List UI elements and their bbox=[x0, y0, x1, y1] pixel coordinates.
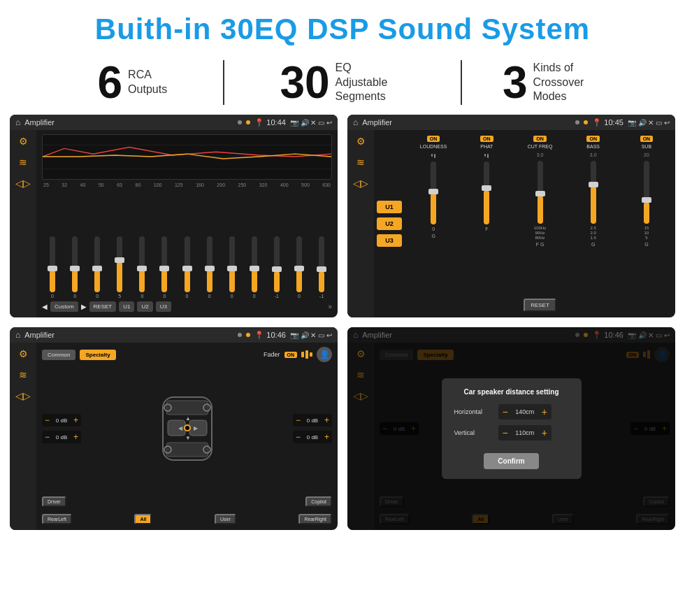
eq-icon[interactable]: ⚙ bbox=[19, 136, 28, 147]
person-icon[interactable]: 👤 bbox=[317, 347, 332, 362]
all-btn[interactable]: All bbox=[134, 514, 152, 524]
dialog-horizontal-row: Horizontal − 140cm + bbox=[454, 404, 569, 420]
rearleft-btn[interactable]: RearLeft bbox=[42, 514, 72, 524]
wave-icon-3[interactable]: ≋ bbox=[19, 369, 27, 380]
fl-db-control: − 0 dB + bbox=[42, 414, 81, 427]
stat-eq-number: 30 bbox=[280, 60, 329, 105]
slider-12: 0 bbox=[289, 236, 310, 299]
fader-sidebar: ⚙ ≋ ◁▷ bbox=[10, 343, 36, 530]
vertical-value: 110cm bbox=[511, 429, 539, 436]
svg-rect-5 bbox=[166, 443, 208, 457]
loudness-label: LOUDNESS bbox=[420, 144, 447, 149]
expand-icon[interactable]: » bbox=[328, 303, 332, 310]
play-next-btn[interactable]: ▶ bbox=[81, 303, 87, 310]
fader-bars bbox=[301, 350, 312, 359]
slider-7: 0 bbox=[176, 236, 197, 299]
slider-5: 0 bbox=[131, 236, 152, 299]
fr-db-control: − 0 dB + bbox=[293, 414, 332, 427]
loudness-on[interactable]: ON bbox=[427, 136, 440, 142]
dot-2a bbox=[575, 120, 579, 124]
cutfreq-on[interactable]: ON bbox=[533, 136, 547, 142]
distance-dialog: Car speaker distance setting Horizontal … bbox=[442, 378, 582, 479]
bass-on[interactable]: ON bbox=[586, 136, 600, 142]
custom-btn[interactable]: Custom bbox=[50, 301, 78, 312]
user-btn[interactable]: User bbox=[215, 514, 236, 524]
volume-icon-2[interactable]: ◁▷ bbox=[353, 178, 368, 189]
u2-preset[interactable]: U2 bbox=[377, 217, 402, 230]
screen-fader: ⌂ Amplifier 📍 10:46 📷 🔊 ✕ ▭ ↩ ⚙ ≋ ◁▷ Com… bbox=[10, 327, 338, 530]
right-controls: − 0 dB + − 0 dB + bbox=[293, 414, 332, 443]
phat-section: ON PHAT F bbox=[462, 136, 511, 293]
driver-btn[interactable]: Driver bbox=[42, 496, 66, 507]
volume-icon[interactable]: ◁▷ bbox=[15, 178, 31, 189]
speaker-area: − 0 dB + − 0 dB + bbox=[42, 366, 332, 491]
dot-1a bbox=[238, 120, 242, 124]
rr-minus[interactable]: − bbox=[296, 432, 301, 442]
svg-text:▲: ▲ bbox=[185, 415, 191, 422]
rl-plus[interactable]: + bbox=[73, 432, 78, 442]
status-icons-3: 📷 🔊 ✕ ▭ ↩ bbox=[290, 331, 332, 339]
rearright-btn[interactable]: RearRight bbox=[298, 514, 332, 524]
sub-label: SUB bbox=[642, 144, 651, 149]
preset-col: U1 U2 U3 bbox=[374, 130, 405, 317]
horizontal-minus[interactable]: − bbox=[503, 406, 508, 417]
reset-btn-2[interactable]: RESET bbox=[524, 299, 556, 312]
rl-minus[interactable]: − bbox=[45, 432, 50, 442]
wave-icon-2[interactable]: ≋ bbox=[356, 157, 365, 168]
vertical-minus[interactable]: − bbox=[503, 427, 508, 438]
vertical-label: Vertical bbox=[454, 429, 493, 436]
horizontal-value: 140cm bbox=[511, 408, 539, 415]
dot-3b bbox=[246, 333, 250, 337]
fl-plus[interactable]: + bbox=[73, 415, 78, 425]
stat-rca: 6 RCAOutputs bbox=[42, 60, 223, 105]
eq-icon-3[interactable]: ⚙ bbox=[19, 348, 28, 359]
u1-btn[interactable]: U1 bbox=[119, 301, 134, 312]
copilot-btn[interactable]: Copilot bbox=[305, 496, 332, 507]
dialog-title: Car speaker distance setting bbox=[454, 388, 569, 396]
stat-eq: 30 EQ AdjustableSegments bbox=[223, 60, 463, 105]
svg-rect-6 bbox=[168, 420, 185, 436]
slider-9: 0 bbox=[222, 236, 243, 299]
home-icon-2[interactable]: ⌂ bbox=[353, 117, 358, 127]
eq-bottom-bar: ◀ Custom ▶ RESET U1 U2 U3 » bbox=[42, 299, 332, 313]
stat-rca-number: 6 bbox=[98, 60, 123, 105]
vertical-plus[interactable]: + bbox=[542, 427, 547, 438]
svg-text:▶: ▶ bbox=[194, 425, 199, 431]
screen-eq: ⌂ Amplifier 📍 10:44 📷 🔊 ✕ ▭ ↩ ⚙ ≋ ◁▷ bbox=[10, 115, 338, 317]
dot-2b bbox=[584, 120, 588, 124]
tab-specialty-3[interactable]: Specialty bbox=[80, 350, 115, 360]
fl-minus[interactable]: − bbox=[45, 415, 50, 425]
play-prev-btn[interactable]: ◀ bbox=[42, 303, 48, 310]
rl-db-control: − 0 dB + bbox=[42, 431, 81, 443]
eq-graph bbox=[42, 134, 332, 180]
wave-icon[interactable]: ≋ bbox=[19, 157, 27, 168]
rr-plus[interactable]: + bbox=[324, 432, 329, 442]
u2-btn[interactable]: U2 bbox=[137, 301, 152, 312]
fader-on-badge[interactable]: ON bbox=[284, 352, 298, 358]
reset-btn-1[interactable]: RESET bbox=[89, 301, 117, 312]
eq-sliders-row: 0 0 0 5 bbox=[42, 189, 332, 299]
tab-common-3[interactable]: Common bbox=[42, 350, 75, 360]
volume-icon-3[interactable]: ◁▷ bbox=[15, 390, 31, 401]
cutfreq-label: CUT FREQ bbox=[528, 144, 553, 149]
svg-point-9 bbox=[185, 426, 189, 430]
screen-distance: ⌂ Amplifier 📍 10:46 📷 🔊 ✕ ▭ ↩ ⚙ ≋ ◁▷ Com… bbox=[347, 327, 675, 530]
cutfreq-section: ON CUT FREQ 3.0 100Hz 90Hz 80Hz bbox=[515, 136, 564, 293]
horizontal-plus[interactable]: + bbox=[542, 406, 547, 417]
stat-eq-text: EQ AdjustableSegments bbox=[336, 61, 405, 104]
confirm-button[interactable]: Confirm bbox=[484, 453, 538, 469]
fr-plus[interactable]: + bbox=[324, 415, 329, 425]
eq-screen: ⚙ ≋ ◁▷ bbox=[10, 130, 338, 317]
fr-minus[interactable]: − bbox=[296, 415, 301, 425]
eq-freq-labels: 2532405063 80100125160200 25032040050063… bbox=[42, 182, 332, 187]
eq-icon-2[interactable]: ⚙ bbox=[356, 136, 366, 147]
u3-preset[interactable]: U3 bbox=[377, 234, 402, 247]
u3-btn[interactable]: U3 bbox=[156, 301, 171, 312]
home-icon-3[interactable]: ⌂ bbox=[15, 330, 20, 340]
sub-on[interactable]: ON bbox=[640, 136, 654, 142]
slider-1: 0 bbox=[42, 236, 63, 299]
left-controls: − 0 dB + − 0 dB + bbox=[42, 414, 81, 443]
home-icon-1[interactable]: ⌂ bbox=[15, 117, 20, 127]
phat-on[interactable]: ON bbox=[480, 136, 493, 142]
u1-preset[interactable]: U1 bbox=[377, 201, 402, 213]
